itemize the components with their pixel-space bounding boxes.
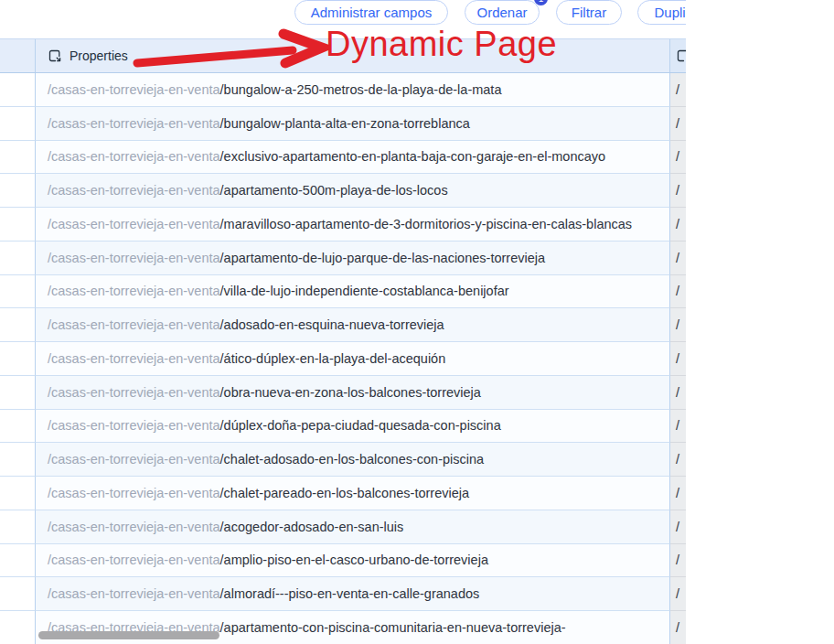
next-column-cell-clipped[interactable]: / (670, 242, 686, 275)
table-row[interactable]: /casas-en-torrevieja-en-venta/villa-de-l… (0, 275, 686, 309)
url-prefix: /casas-en-torrevieja-en-venta (48, 251, 220, 265)
url-prefix: /casas-en-torrevieja-en-venta (48, 149, 220, 164)
url-slug-cell[interactable]: /casas-en-torrevieja-en-venta/dúplex-doñ… (36, 410, 670, 444)
filter-button[interactable]: Filtrar (556, 0, 622, 25)
url-slug-cell[interactable]: /casas-en-torrevieja-en-venta/bungalow-p… (36, 107, 670, 141)
manage-fields-button[interactable]: Administrar campos (294, 0, 448, 25)
dynamic-page-icon-partial (676, 48, 686, 63)
url-prefix: /casas-en-torrevieja-en-venta (48, 520, 220, 534)
url-slug-cell[interactable]: /casas-en-torrevieja-en-venta/villa-de-l… (36, 275, 670, 309)
next-column-cell-clipped[interactable]: / (670, 611, 686, 644)
row-selector-cell[interactable] (0, 308, 36, 342)
next-column-cell-clipped[interactable]: / (670, 174, 686, 208)
url-prefix: /casas-en-torrevieja-en-venta (48, 351, 220, 366)
next-column-cell-clipped[interactable]: / (670, 577, 686, 611)
duplicate-button[interactable]: Duplicar (637, 0, 686, 25)
next-column-cell-clipped[interactable]: / (670, 477, 686, 510)
next-column-cell-clipped[interactable]: / (670, 107, 686, 141)
row-selector-cell[interactable] (0, 73, 36, 107)
next-column-cell-clipped[interactable]: / (670, 73, 686, 107)
row-selector-cell[interactable] (0, 242, 36, 275)
row-selector-cell[interactable] (0, 510, 36, 544)
url-slug: /apartamento-500m-playa-de-los-locos (220, 183, 448, 198)
sort-button[interactable]: Ordenar (465, 0, 540, 25)
table-row[interactable]: /casas-en-torrevieja-en-venta/maravillos… (0, 208, 686, 242)
url-slug: /bungalow-planta-alta-en-zona-torreblanc… (220, 116, 470, 131)
row-selector-cell[interactable] (0, 208, 36, 242)
next-column-cell-clipped[interactable]: / (670, 443, 686, 477)
table-row[interactable]: /casas-en-torrevieja-en-venta/dúplex-doñ… (0, 410, 686, 444)
url-prefix: /casas-en-torrevieja-en-venta (48, 317, 220, 332)
url-slug-cell[interactable]: /casas-en-torrevieja-en-venta/apartament… (36, 174, 670, 208)
url-slug-cell[interactable]: /casas-en-torrevieja-en-venta/apartament… (36, 242, 670, 275)
url-slug: /exclusivo-apartamento-en-planta-baja-co… (220, 149, 606, 164)
url-slug-cell[interactable]: /casas-en-torrevieja-en-venta/adosado-en… (36, 308, 670, 342)
next-column-cell-clipped[interactable]: / (670, 308, 686, 342)
next-column-cell-clipped[interactable]: / (670, 342, 686, 376)
url-prefix: /casas-en-torrevieja-en-venta (48, 284, 220, 298)
url-slug: /villa-de-lujo-independiente-costablanca… (220, 284, 509, 298)
table-row[interactable]: /casas-en-torrevieja-en-venta/apartament… (0, 242, 686, 275)
url-slug-cell[interactable]: /casas-en-torrevieja-en-venta/ático-dúpl… (36, 342, 670, 376)
table-row[interactable]: /casas-en-torrevieja-en-venta/chalet-par… (0, 477, 686, 510)
next-column-cell-clipped[interactable]: / (670, 544, 686, 578)
url-slug-cell[interactable]: /casas-en-torrevieja-en-venta/amplio-pis… (36, 544, 670, 578)
url-slug: /obra-nueva-en-zona-los-balcones-torrevi… (220, 385, 481, 400)
table-row[interactable]: /casas-en-torrevieja-en-venta/bungalow-p… (0, 107, 686, 141)
properties-column-label: Properties (70, 48, 128, 63)
table-body: /casas-en-torrevieja-en-venta/bungalow-a… (0, 73, 686, 644)
url-slug-cell[interactable]: /casas-en-torrevieja-en-venta/obra-nueva… (36, 376, 670, 410)
dynamic-page-icon (48, 48, 62, 63)
table-row[interactable]: /casas-en-torrevieja-en-venta/almoradí--… (0, 577, 686, 611)
row-selector-cell[interactable] (0, 107, 36, 141)
next-column-cell-clipped[interactable]: / (670, 275, 686, 309)
table-row[interactable]: /casas-en-torrevieja-en-venta/bungalow-a… (0, 73, 686, 107)
next-column-cell-clipped[interactable]: / (670, 510, 686, 544)
url-slug: /acogedor-adosado-en-san-luis (220, 520, 404, 534)
row-selector-cell[interactable] (0, 577, 36, 611)
url-slug-cell[interactable]: /casas-en-torrevieja-en-venta/bungalow-a… (36, 73, 670, 107)
row-selector-cell[interactable] (0, 544, 36, 578)
row-selector-cell[interactable] (0, 477, 36, 510)
cms-table: Properties /casas-en-torrevieja-en-venta… (0, 38, 686, 644)
next-column-cell-clipped[interactable]: / (670, 141, 686, 175)
horizontal-scrollbar-thumb[interactable] (38, 631, 219, 639)
url-prefix: /casas-en-torrevieja-en-venta (48, 217, 220, 231)
url-slug: /amplio-piso-en-el-casco-urbano-de-torre… (220, 553, 488, 567)
next-column-header-clipped[interactable] (670, 39, 686, 72)
row-selector-cell[interactable] (0, 443, 36, 477)
next-column-cell-clipped[interactable]: / (670, 410, 686, 444)
next-column-cell-clipped[interactable]: / (670, 208, 686, 242)
url-prefix: /casas-en-torrevieja-en-venta (48, 586, 220, 601)
url-slug-cell[interactable]: /casas-en-torrevieja-en-venta/almoradí--… (36, 577, 670, 611)
url-slug-cell[interactable]: /casas-en-torrevieja-en-venta/exclusivo-… (36, 141, 670, 175)
url-slug: /dúplex-doña-pepa-ciudad-quesada-con-pis… (220, 418, 501, 433)
table-row[interactable]: /casas-en-torrevieja-en-venta/chalet-ado… (0, 443, 686, 477)
row-selector-header-cell[interactable] (0, 39, 36, 72)
url-prefix: /casas-en-torrevieja-en-venta (48, 183, 220, 198)
row-selector-cell[interactable] (0, 376, 36, 410)
next-column-cell-clipped[interactable]: / (670, 376, 686, 410)
row-selector-cell[interactable] (0, 141, 36, 175)
url-prefix: /casas-en-torrevieja-en-venta (48, 82, 220, 97)
url-prefix: /casas-en-torrevieja-en-venta (48, 385, 220, 400)
row-selector-cell[interactable] (0, 611, 36, 644)
table-row[interactable]: /casas-en-torrevieja-en-venta/acogedor-a… (0, 510, 686, 544)
table-row[interactable]: /casas-en-torrevieja-en-venta/amplio-pis… (0, 544, 686, 578)
row-selector-cell[interactable] (0, 410, 36, 444)
table-row[interactable]: /casas-en-torrevieja-en-venta/ático-dúpl… (0, 342, 686, 376)
url-slug-cell[interactable]: /casas-en-torrevieja-en-venta/chalet-par… (36, 477, 670, 510)
table-row[interactable]: /casas-en-torrevieja-en-venta/adosado-en… (0, 308, 686, 342)
row-selector-cell[interactable] (0, 174, 36, 208)
url-slug-cell[interactable]: /casas-en-torrevieja-en-venta/maravillos… (36, 208, 670, 242)
url-slug: /almoradí---piso-en-venta-en-calle-grana… (220, 586, 480, 601)
row-selector-cell[interactable] (0, 275, 36, 309)
url-slug-cell[interactable]: /casas-en-torrevieja-en-venta/chalet-ado… (36, 443, 670, 477)
url-slug-cell[interactable]: /casas-en-torrevieja-en-venta/acogedor-a… (36, 510, 670, 544)
table-row[interactable]: /casas-en-torrevieja-en-venta/obra-nueva… (0, 376, 686, 410)
url-slug: /apartamento-con-piscina-comunitaria-en-… (220, 620, 566, 635)
table-row[interactable]: /casas-en-torrevieja-en-venta/exclusivo-… (0, 141, 686, 175)
properties-column-header[interactable]: Properties (36, 39, 670, 72)
row-selector-cell[interactable] (0, 342, 36, 376)
table-row[interactable]: /casas-en-torrevieja-en-venta/apartament… (0, 174, 686, 208)
